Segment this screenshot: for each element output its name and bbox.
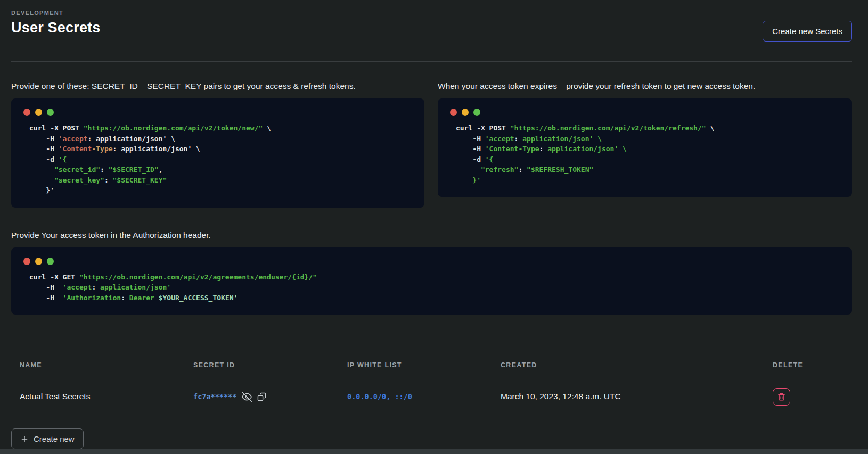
secrets-table: NAME SECRET ID IP WHITE LIST CREATED DEL…	[11, 354, 852, 417]
column-header-created: CREATED	[501, 361, 773, 369]
code-block-token-new: curl -X POST "https://ob.nordigen.com/ap…	[11, 98, 424, 208]
green-dot-icon	[473, 109, 480, 116]
red-dot-icon	[23, 258, 30, 265]
delete-secret-button[interactable]	[773, 388, 790, 406]
horizontal-scrollbar[interactable]	[0, 449, 868, 454]
code-block-token-refresh: curl -X POST "https://ob.nordigen.com/ap…	[438, 98, 852, 197]
section-token-new: Provide one of these: SECRET_ID – SECRET…	[11, 81, 424, 208]
code-content-token-refresh: curl -X POST "https://ob.nordigen.com/ap…	[456, 123, 839, 185]
column-header-delete: DELETE	[773, 361, 852, 369]
create-new-button[interactable]: Create new	[11, 428, 84, 449]
red-dot-icon	[450, 109, 457, 116]
create-new-secrets-button[interactable]: Create new Secrets	[763, 21, 852, 42]
yellow-dot-icon	[35, 258, 42, 265]
page-heading-group: DEVELOPMENT User Secrets	[11, 10, 101, 36]
window-controls	[23, 109, 412, 116]
yellow-dot-icon	[462, 109, 469, 116]
column-header-ip-white-list: IP WHITE LIST	[347, 361, 501, 369]
eye-off-icon[interactable]	[242, 392, 252, 402]
secret-id-masked-value: fc7a******	[193, 392, 236, 401]
section-authorization-header: Provide Your access token in the Authori…	[11, 230, 852, 315]
breadcrumb-eyebrow: DEVELOPMENT	[11, 10, 101, 16]
section-title-token-new: Provide one of these: SECRET_ID – SECRET…	[11, 81, 424, 91]
red-dot-icon	[23, 109, 30, 116]
curl-examples-row: Provide one of these: SECRET_ID – SECRET…	[11, 81, 852, 208]
section-token-refresh: When your access token expires – provide…	[438, 81, 852, 208]
code-block-authorization: curl -X GET "https://ob.nordigen.com/api…	[11, 247, 852, 315]
column-header-secret-id: SECRET ID	[193, 361, 347, 369]
yellow-dot-icon	[35, 109, 42, 116]
created-cell: March 10, 2023, 12:48 a.m. UTC	[501, 392, 773, 401]
secret-id-cell: fc7a******	[193, 392, 347, 402]
secret-name-cell: Actual Test Secrets	[11, 392, 193, 401]
code-content-authorization: curl -X GET "https://ob.nordigen.com/api…	[29, 272, 839, 303]
page-content: DEVELOPMENT User Secrets Create new Secr…	[0, 0, 868, 449]
page-title: User Secrets	[11, 20, 101, 36]
code-content-token-new: curl -X POST "https://ob.nordigen.com/ap…	[29, 123, 412, 196]
trash-icon	[777, 393, 785, 401]
copy-icon[interactable]	[257, 392, 266, 401]
page-header: DEVELOPMENT User Secrets Create new Secr…	[11, 10, 852, 42]
section-title-authorization: Provide Your access token in the Authori…	[11, 230, 852, 240]
ip-white-list-cell: 0.0.0.0/0, ::/0	[347, 392, 501, 401]
window-controls	[450, 109, 839, 116]
green-dot-icon	[47, 109, 54, 116]
green-dot-icon	[47, 258, 54, 265]
plus-icon	[20, 435, 29, 443]
create-new-button-label: Create new	[34, 434, 75, 443]
window-controls	[23, 258, 839, 265]
header-divider	[11, 61, 852, 62]
table-row: Actual Test Secrets fc7a****** 0.0.0.0/0	[11, 376, 852, 417]
delete-cell	[773, 388, 852, 406]
table-header-row: NAME SECRET ID IP WHITE LIST CREATED DEL…	[11, 354, 852, 376]
column-header-name: NAME	[11, 361, 193, 369]
section-title-token-refresh: When your access token expires – provide…	[438, 81, 852, 91]
